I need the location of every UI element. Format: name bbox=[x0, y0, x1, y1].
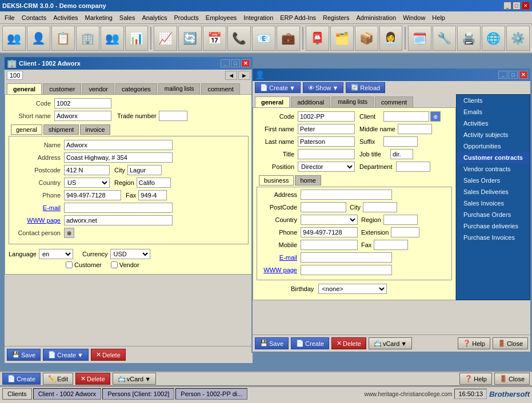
person-save-btn[interactable]: 💾 Save bbox=[255, 337, 289, 349]
toolbar-btn-3[interactable]: 📋 bbox=[51, 26, 75, 51]
dropdown-purchase-invoices[interactable]: Purchase Invoices bbox=[457, 232, 530, 243]
sub-tab-general[interactable]: general bbox=[11, 124, 42, 135]
contact-person-btn[interactable]: ⊕ bbox=[64, 228, 74, 238]
dropdown-purchase-deliveries[interactable]: Purchase deliveries bbox=[457, 220, 530, 232]
dropdown-opportunities[interactable]: Opportunities bbox=[457, 140, 530, 152]
menu-products[interactable]: Products bbox=[170, 13, 202, 22]
dropdown-customer-contracts[interactable]: Customer contracts bbox=[457, 152, 530, 163]
dropdown-emails[interactable]: Emails bbox=[457, 106, 530, 118]
phone-input[interactable] bbox=[64, 190, 121, 200]
person-extension-input[interactable] bbox=[391, 227, 419, 237]
scroll-left-btn[interactable]: ◄ bbox=[225, 71, 237, 80]
dropdown-vendor-contracts[interactable]: Vendor contracts bbox=[457, 163, 530, 175]
minimize-button[interactable]: _ bbox=[503, 2, 511, 10]
toolbar-btn-4[interactable]: 🏢 bbox=[76, 26, 99, 51]
person-show-btn[interactable]: 👁 Show ▼ bbox=[303, 82, 343, 93]
toolbar-btn-12[interactable]: 💼 bbox=[277, 26, 300, 51]
person-address-input[interactable] bbox=[301, 190, 392, 200]
person-email-link[interactable]: E-mail bbox=[279, 254, 297, 261]
tab-comment[interactable]: comment bbox=[201, 83, 239, 94]
person-close-btn[interactable]: ✕ bbox=[519, 71, 528, 79]
tab-vendor[interactable]: vendor bbox=[82, 83, 114, 94]
person-position-select[interactable]: Director bbox=[298, 162, 355, 172]
code-input[interactable] bbox=[54, 98, 111, 108]
person-tab-comment[interactable]: comment bbox=[375, 96, 413, 107]
menu-activities[interactable]: Activities bbox=[50, 13, 81, 22]
toolbar-btn-9[interactable]: 📅 bbox=[203, 26, 226, 51]
dropdown-sales-invoices[interactable]: Sales Invoices bbox=[457, 198, 530, 209]
person-client-btn[interactable]: ⊕ bbox=[430, 111, 441, 122]
person-lastname-input[interactable] bbox=[298, 136, 355, 147]
tab-customer[interactable]: customer bbox=[43, 83, 81, 94]
person-postcode-input[interactable] bbox=[301, 202, 346, 212]
short-name-input[interactable] bbox=[54, 111, 111, 121]
taskbar-client-adworx[interactable]: Client - 1002 Adworx bbox=[33, 388, 102, 400]
menu-file[interactable]: File bbox=[1, 13, 18, 22]
bottom-vcard-btn[interactable]: 📇 vCard ▼ bbox=[113, 373, 156, 385]
person-create-btn[interactable]: 📄 Create bbox=[291, 337, 329, 349]
person-reload-btn[interactable]: 🔄 Reload bbox=[346, 82, 385, 93]
toolbar-btn-2[interactable]: 👤 bbox=[27, 26, 50, 51]
person-tab-additional[interactable]: additional bbox=[291, 96, 330, 107]
toolbar-btn-10[interactable]: 📞 bbox=[227, 26, 251, 51]
person-client-input[interactable] bbox=[383, 111, 429, 122]
person-email-input[interactable] bbox=[301, 252, 392, 263]
person-department-input[interactable] bbox=[396, 162, 430, 172]
dropdown-sales-deliveries[interactable]: Sales Deliveries bbox=[457, 186, 530, 198]
person-minimize-btn[interactable]: _ bbox=[498, 71, 507, 79]
dropdown-activity-subjects[interactable]: Activity subjects bbox=[457, 129, 530, 140]
currency-select[interactable]: USD bbox=[110, 249, 150, 259]
menu-erp-addins[interactable]: ERP Add-Ins bbox=[277, 13, 319, 22]
menu-contacts[interactable]: Contacts bbox=[18, 13, 50, 22]
toolbar-btn-20[interactable]: 🌐 bbox=[482, 26, 505, 51]
sub-tab-invoice[interactable]: invoice bbox=[80, 124, 110, 135]
person-tab-mailing[interactable]: mailing lists bbox=[331, 96, 374, 107]
vendor-checkbox[interactable] bbox=[111, 261, 118, 268]
toolbar-btn-8[interactable]: 🔄 bbox=[178, 26, 202, 51]
person-help-btn[interactable]: ❓ Help bbox=[458, 337, 490, 349]
trade-number-input[interactable] bbox=[159, 111, 187, 121]
close-button[interactable]: ✕ bbox=[522, 2, 530, 10]
toolbar-btn-17[interactable]: 🗓️ bbox=[408, 26, 431, 51]
tab-general[interactable]: general bbox=[7, 83, 42, 94]
person-middlename-input[interactable] bbox=[398, 124, 432, 134]
scroll-right-btn[interactable]: ► bbox=[238, 71, 250, 80]
person-delete-btn[interactable]: ✕ Delete bbox=[331, 337, 366, 349]
toolbar-btn-18[interactable]: 🔧 bbox=[433, 26, 456, 51]
bottom-help-btn[interactable]: ❓ Help bbox=[459, 373, 492, 385]
person-close-btn[interactable]: 🚪 Close bbox=[493, 337, 528, 349]
menu-administration[interactable]: Administration bbox=[353, 13, 400, 22]
person-firstname-input[interactable] bbox=[298, 124, 355, 134]
client-maximize-btn[interactable]: □ bbox=[231, 59, 240, 67]
person-suffix-input[interactable] bbox=[383, 136, 418, 147]
person-tab-general[interactable]: general bbox=[255, 96, 290, 107]
toolbar-btn-13[interactable]: 📮 bbox=[306, 26, 329, 51]
bottom-delete-btn[interactable]: ✕ Delete bbox=[75, 373, 110, 385]
person-region-input[interactable] bbox=[383, 215, 418, 225]
fax-input[interactable] bbox=[138, 190, 167, 200]
toolbar-btn-11[interactable]: 📧 bbox=[252, 26, 275, 51]
client-minimize-btn[interactable]: _ bbox=[221, 59, 230, 67]
person-country-select[interactable] bbox=[301, 215, 358, 225]
toolbar-btn-1[interactable]: 👥 bbox=[2, 26, 26, 51]
bottom-create-btn[interactable]: 📄 Create bbox=[2, 373, 41, 385]
menu-employees[interactable]: Employees bbox=[202, 13, 240, 22]
toolbar-btn-14[interactable]: 🗂️ bbox=[330, 26, 354, 51]
maximize-button[interactable]: □ bbox=[513, 2, 521, 10]
person-vcard-btn[interactable]: 📇 vCard ▼ bbox=[369, 337, 412, 349]
taskbar-clients[interactable]: Clients bbox=[2, 388, 32, 400]
menu-registers[interactable]: Registers bbox=[319, 13, 353, 22]
www-input[interactable] bbox=[64, 215, 173, 225]
person-maximize-btn[interactable]: □ bbox=[509, 71, 518, 79]
menu-integration[interactable]: Integration bbox=[240, 13, 277, 22]
toolbar-btn-16[interactable]: 👩‍💼 bbox=[379, 26, 403, 51]
www-link[interactable]: WWW page bbox=[27, 217, 61, 224]
postcode-input[interactable] bbox=[64, 165, 110, 175]
client-close-btn[interactable]: ✕ bbox=[241, 59, 250, 67]
vendor-checkbox-label[interactable]: Vendor bbox=[111, 261, 139, 268]
email-link[interactable]: E-mail bbox=[43, 204, 61, 211]
person-sub-tab-business[interactable]: business bbox=[259, 175, 294, 186]
taskbar-person-pp[interactable]: Person - 1002-PP di... bbox=[175, 388, 247, 400]
client-create-btn[interactable]: 📄 Create ▼ bbox=[43, 349, 89, 361]
bottom-close-btn[interactable]: 🚪 Close bbox=[494, 373, 530, 385]
